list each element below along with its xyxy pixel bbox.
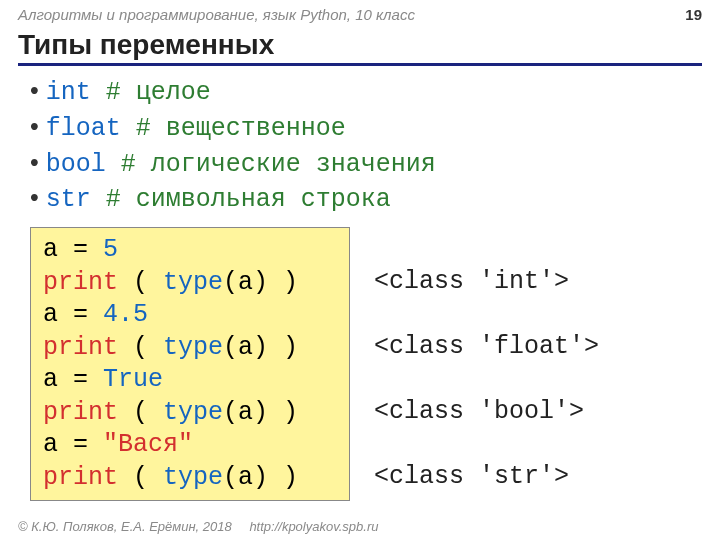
- output-line: <class 'str'>: [374, 462, 569, 491]
- content: int # целое float # вещественное bool # …: [0, 66, 720, 501]
- comment: # логические значения: [121, 150, 436, 179]
- comment: # вещественное: [136, 114, 346, 143]
- type-list: int # целое float # вещественное bool # …: [30, 74, 702, 217]
- comment: # целое: [106, 78, 211, 107]
- footer-url: http://kpolyakov.spb.ru: [249, 519, 378, 534]
- keyword: int: [46, 78, 91, 107]
- keyword: str: [46, 185, 91, 214]
- output-line: <class 'float'>: [374, 332, 599, 361]
- list-item: float # вещественное: [30, 110, 702, 146]
- header-bar: Алгоритмы и программирование, язык Pytho…: [0, 0, 720, 25]
- keyword: float: [46, 114, 121, 143]
- list-item: bool # логические значения: [30, 146, 702, 182]
- keyword: bool: [46, 150, 106, 179]
- list-item: int # целое: [30, 74, 702, 110]
- footer: © К.Ю. Поляков, Е.А. Ерёмин, 2018 http:/…: [18, 519, 378, 534]
- output-line: <class 'int'>: [374, 267, 569, 296]
- list-item: str # символьная строка: [30, 181, 702, 217]
- output-box: <class 'int'> <class 'float'> <class 'bo…: [374, 227, 599, 501]
- course-label: Алгоритмы и программирование, язык Pytho…: [18, 6, 415, 23]
- page-number: 19: [685, 6, 702, 23]
- comment: # символьная строка: [106, 185, 391, 214]
- page-title: Типы переменных: [18, 29, 702, 66]
- copyright: © К.Ю. Поляков, Е.А. Ерёмин, 2018: [18, 519, 232, 534]
- code-box: a = 5 print ( type(a) ) a = 4.5 print ( …: [30, 227, 350, 501]
- code-area: a = 5 print ( type(a) ) a = 4.5 print ( …: [30, 227, 702, 501]
- output-line: <class 'bool'>: [374, 397, 584, 426]
